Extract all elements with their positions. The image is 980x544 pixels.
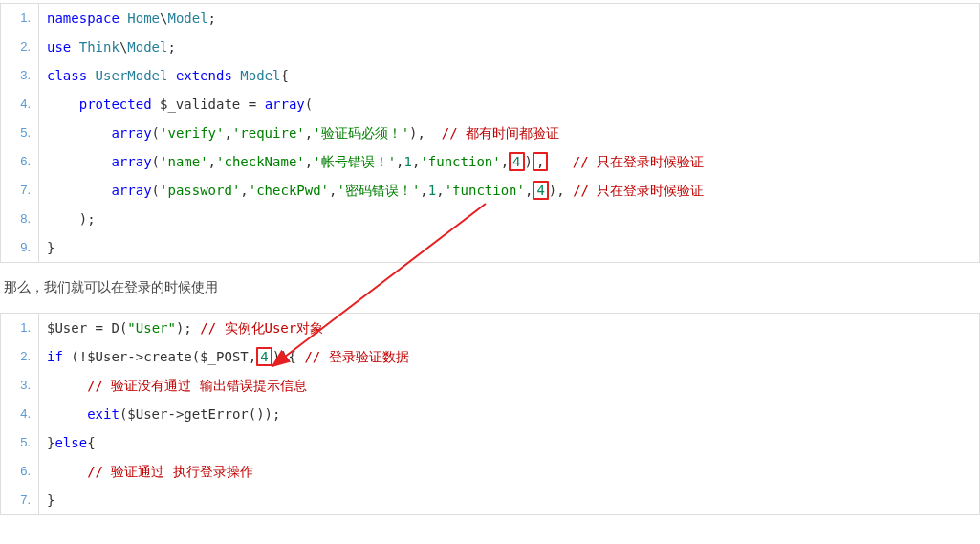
line-number: 2. bbox=[1, 342, 39, 371]
code-line: 3.class UserModel extends Model{ bbox=[1, 61, 979, 90]
token: exit bbox=[87, 406, 120, 422]
token: , bbox=[420, 183, 427, 198]
token: // 验证没有通过 输出错误提示信息 bbox=[87, 378, 307, 393]
token: Model bbox=[240, 68, 280, 83]
token: // 只在登录时候验证 bbox=[573, 154, 704, 169]
token: extends bbox=[176, 68, 232, 83]
line-number: 5. bbox=[1, 428, 39, 457]
token bbox=[167, 68, 175, 83]
token: ); bbox=[79, 211, 96, 227]
token: array bbox=[111, 125, 151, 141]
token: ), bbox=[409, 125, 442, 141]
line-number: 1. bbox=[1, 4, 39, 33]
token: -> bbox=[127, 349, 143, 364]
line-number: 5. bbox=[1, 119, 39, 147]
token: , bbox=[436, 183, 444, 198]
token: // 登录验证数据 bbox=[304, 349, 408, 364]
token bbox=[87, 320, 95, 336]
token: '帐号错误！' bbox=[313, 154, 396, 169]
token: 'require' bbox=[232, 125, 305, 141]
code-content: $User = D("User"); // 实例化User对象 bbox=[39, 314, 323, 342]
highlighted-token: 4 bbox=[256, 347, 272, 366]
token: , bbox=[501, 154, 509, 169]
token: $User bbox=[127, 406, 167, 422]
line-number: 7. bbox=[1, 176, 39, 205]
code-line: 3. // 验证没有通过 输出错误提示信息 bbox=[1, 371, 979, 400]
code-content: if (!$User->create($_POST,4)){ // 登录验证数据 bbox=[39, 342, 409, 371]
token: ( bbox=[152, 154, 160, 169]
token: (! bbox=[71, 349, 87, 364]
code-line: 9.} bbox=[1, 233, 979, 262]
token: , bbox=[249, 349, 256, 364]
token bbox=[47, 125, 111, 141]
line-number: 8. bbox=[1, 205, 39, 233]
code-line: 2.use Think\Model; bbox=[1, 33, 979, 61]
token: ()); bbox=[249, 406, 281, 422]
token: { bbox=[87, 435, 95, 450]
token: 'checkName' bbox=[216, 154, 305, 169]
line-number: 3. bbox=[1, 61, 39, 90]
code-content: namespace Home\Model; bbox=[39, 4, 216, 33]
token: = bbox=[249, 97, 256, 112]
token: ( bbox=[192, 349, 200, 364]
token bbox=[71, 39, 78, 54]
token bbox=[565, 183, 573, 198]
token bbox=[87, 68, 95, 83]
token: ; bbox=[208, 11, 216, 26]
code-line: 5. array('verify','require','验证码必须！'), /… bbox=[1, 119, 979, 147]
line-number: 6. bbox=[1, 147, 39, 176]
token: D bbox=[111, 320, 119, 336]
line-number: 3. bbox=[1, 371, 39, 400]
code-content: array('verify','require','验证码必须！'), // 都… bbox=[39, 119, 559, 147]
token: create bbox=[143, 349, 192, 364]
token bbox=[47, 464, 87, 479]
token: 'function' bbox=[420, 154, 500, 169]
page: 1.namespace Home\Model;2.use Think\Model… bbox=[0, 3, 980, 515]
code-content: }else{ bbox=[39, 428, 96, 457]
token bbox=[47, 97, 79, 112]
code-content: array('name','checkName','帐号错误！',1,'func… bbox=[39, 147, 704, 176]
token: getError bbox=[184, 406, 248, 422]
highlighted-token: 4 bbox=[533, 181, 548, 200]
token: $User bbox=[47, 320, 87, 336]
code-line: 1.namespace Home\Model; bbox=[1, 4, 979, 33]
code-line: 4. protected $_validate = array( bbox=[1, 90, 979, 119]
token: ( bbox=[152, 125, 160, 141]
code-line: 7. array('password','checkPwd','密码错误！',1… bbox=[1, 176, 979, 205]
token: { bbox=[281, 68, 289, 83]
code-content: // 验证通过 执行登录操作 bbox=[39, 457, 253, 486]
token: '验证码必须！' bbox=[313, 125, 409, 141]
code-content: array('password','checkPwd','密码错误！',1,'f… bbox=[39, 176, 704, 205]
code-block-2: 1.$User = D("User"); // 实例化User对象2.if (!… bbox=[0, 313, 980, 515]
token: // 只在登录时候验证 bbox=[573, 183, 704, 198]
code-line: 5.}else{ bbox=[1, 428, 979, 457]
code-line: 4. exit($User->getError()); bbox=[1, 400, 979, 428]
token: ; bbox=[167, 39, 175, 54]
token: UserModel bbox=[96, 68, 168, 83]
token: Think bbox=[79, 39, 120, 54]
code-content: // 验证没有通过 输出错误提示信息 bbox=[39, 371, 307, 400]
token bbox=[47, 211, 79, 227]
token: ( bbox=[305, 97, 313, 112]
code-block-1: 1.namespace Home\Model;2.use Think\Model… bbox=[0, 3, 980, 263]
token: 'verify' bbox=[160, 125, 224, 141]
token: if bbox=[47, 349, 63, 364]
token: , bbox=[396, 154, 403, 169]
line-number: 7. bbox=[1, 486, 39, 514]
token: $User bbox=[87, 349, 127, 364]
token: array bbox=[111, 183, 151, 198]
code-line: 7.} bbox=[1, 486, 979, 514]
highlighted-token: , bbox=[533, 152, 548, 171]
code-content: class UserModel extends Model{ bbox=[39, 61, 289, 90]
token bbox=[548, 154, 572, 169]
line-number: 9. bbox=[1, 233, 39, 262]
code-content: exit($User->getError()); bbox=[39, 400, 280, 428]
token: , bbox=[305, 154, 313, 169]
token: ); bbox=[176, 320, 192, 336]
token: 1 bbox=[404, 154, 412, 169]
token: class bbox=[47, 68, 87, 83]
token: } bbox=[47, 240, 54, 255]
line-number: 6. bbox=[1, 457, 39, 486]
code-line: 2.if (!$User->create($_POST,4)){ // 登录验证… bbox=[1, 342, 979, 371]
token: -> bbox=[167, 406, 184, 422]
